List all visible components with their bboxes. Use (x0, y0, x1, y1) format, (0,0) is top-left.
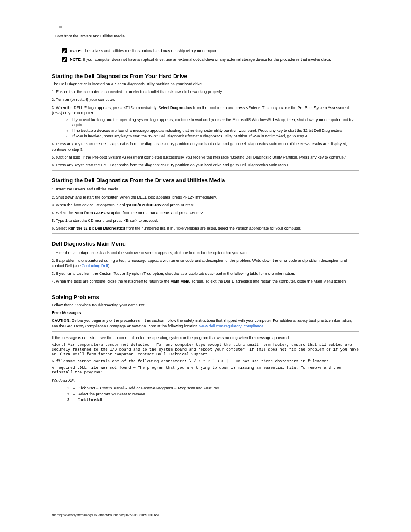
divider-1 (52, 66, 359, 66)
menu-s4a: 4. When the tests are complete, close th… (52, 279, 171, 283)
note-1-body: The Drivers and Utilities media is optio… (83, 49, 219, 53)
cd-s6b: Run the 32 Bit Dell Diagnostics (68, 226, 125, 230)
regulatory-link[interactable]: www.dell.com/regulatory_compliance (199, 324, 263, 328)
cd-step-2: 2. Shut down and restart the computer. W… (52, 195, 359, 200)
cd-s4a: 4. Select the (52, 211, 75, 215)
code-2: A required .DLL file was not found — The… (52, 366, 359, 376)
net-step-4: 4. Press any key to start the Dell Diagn… (52, 141, 359, 152)
cd-s6a: 6. Select (52, 226, 68, 230)
cd-s4c: option from the menu that appears and pr… (110, 211, 204, 215)
note-label-1: NOTE: (70, 49, 82, 53)
caution-block: CAUTION: Before you begin any of the pro… (52, 318, 359, 328)
footer: file://T:|/htdocs/systems/opgx960/th/sm/… (52, 513, 359, 517)
note-2-text: NOTE: If your computer does not have an … (70, 57, 331, 62)
solving-intro: Follow these tips when troubleshooting y… (52, 302, 359, 308)
divider-4 (52, 287, 359, 287)
cd-s3a: 3. When the boot device list appears, hi… (52, 203, 132, 207)
code-0: Alert! Air temperature sensor not detect… (52, 343, 359, 358)
note-1-text: NOTE: The Drivers and Utilities media is… (70, 48, 220, 53)
net-s3a: 3. When the DELL™ logo appears, press <F… (52, 106, 170, 110)
menu-step-1: 1. After the Dell Diagnostics loads and … (52, 250, 359, 255)
xp-step-2: –Select the program you want to remove. (78, 392, 359, 397)
note-row-1: NOTE: The Drivers and Utilities media is… (52, 48, 359, 53)
head-cd: Starting the Dell Diagnostics From the D… (52, 177, 359, 184)
menu-step-4: 4. When the tests are complete, close th… (52, 279, 359, 284)
cd-step-1: 1. Insert the Drivers and Utilities medi… (52, 187, 359, 192)
divider-5 (52, 331, 359, 332)
menu-s2b: ). (108, 264, 111, 268)
cd-s3c: and press <Enter>. (161, 203, 195, 207)
note-listed: If the message is not listed, see the do… (52, 335, 359, 340)
note-label-2: NOTE: (70, 57, 82, 62)
menu-s4c: screen. To exit the Dell Diagnostics and… (190, 279, 347, 283)
net-step-2: 2. Turn on (or restart) your computer. (52, 97, 359, 102)
head-menu: Dell Diagnostics Main Menu (52, 240, 359, 248)
cd-s4b: Boot from CD-ROM (75, 211, 110, 215)
footer-path: file://T:|/htdocs/systems/opgx960/th/sm/… (52, 513, 159, 517)
cd-s6c: from the numbered list. If multiple vers… (125, 226, 302, 230)
caution-label: CAUTION: (52, 318, 71, 323)
menu-s4b: Main Menu (171, 279, 191, 283)
net-s3b: Diagnostics (170, 106, 192, 110)
prompt-or: —or— (55, 24, 359, 29)
net-step-3: 3. When the DELL™ logo appears, press <F… (52, 105, 359, 115)
err-head: Error Messages (52, 310, 359, 315)
cd-step-6: 6. Select Run the 32 Bit Dell Diagnostic… (52, 226, 359, 231)
note-icon (62, 48, 67, 53)
net-step-5: 5. (Optional step) If the Pre-boot Syste… (52, 155, 359, 160)
cd-step-3: 3. When the boot device list appears, hi… (52, 202, 359, 208)
net-sub-1: If no bootable devices are found, a mess… (72, 128, 359, 133)
divider-3 (52, 233, 359, 234)
menu-step-2: 2. If a problem is encountered during a … (52, 258, 359, 268)
net-intro: The Dell Diagnostics is located on a hid… (52, 81, 359, 87)
cd-step-4: 4. Select the Boot from CD-ROM option fr… (52, 210, 359, 215)
xp-step-3-text: Click Uninstall. (78, 398, 103, 402)
xp-step-2-text: Select the program you want to remove. (78, 392, 146, 396)
note-icon (62, 57, 67, 62)
xp-step-3: –Click Uninstall. (78, 397, 359, 402)
caution-end: . (263, 324, 265, 328)
cd-step-5: 5. Type 1 to start the CD menu and press… (52, 218, 359, 223)
xp-head: Windows XP: (52, 378, 359, 383)
net-step-6: 6. Press any key to start the Dell Diagn… (52, 162, 359, 168)
note-2-body: If your computer does not have an optica… (83, 57, 331, 62)
net-sub-2: If PSA is invoked, press any key to star… (72, 134, 359, 139)
divider-2 (52, 170, 359, 171)
note-row-2: NOTE: If your computer does not have an … (52, 57, 359, 62)
cd-s3b: CD/DVD/CD-RW (132, 203, 162, 207)
net-sub-0: If you wait too long and the operating s… (72, 117, 359, 128)
code-1: A filename cannot contain any of the fol… (52, 359, 359, 364)
menu-step-3: 3. If you run a test from the Custom Tes… (52, 271, 359, 276)
xp-steps: –Click Start→ Control Panel→ Add or Remo… (52, 386, 359, 402)
net-step-1: 1. Ensure that the computer is connected… (52, 89, 359, 94)
net-sub-list: If you wait too long and the operating s… (52, 117, 359, 139)
contacting-dell-link[interactable]: Contacting Dell (82, 264, 108, 268)
head-solving: Solving Problems (52, 293, 359, 301)
cmd-boot-media: Boot from the Drivers and Utilities medi… (55, 34, 359, 39)
head-network: Starting the Dell Diagnostics From Your … (52, 72, 359, 80)
xp-step-1-text: Click Start→ Control Panel→ Add or Remov… (78, 386, 220, 390)
error-msgs: Alert! Air temperature sensor not detect… (52, 343, 359, 376)
xp-step-1: –Click Start→ Control Panel→ Add or Remo… (78, 386, 359, 391)
